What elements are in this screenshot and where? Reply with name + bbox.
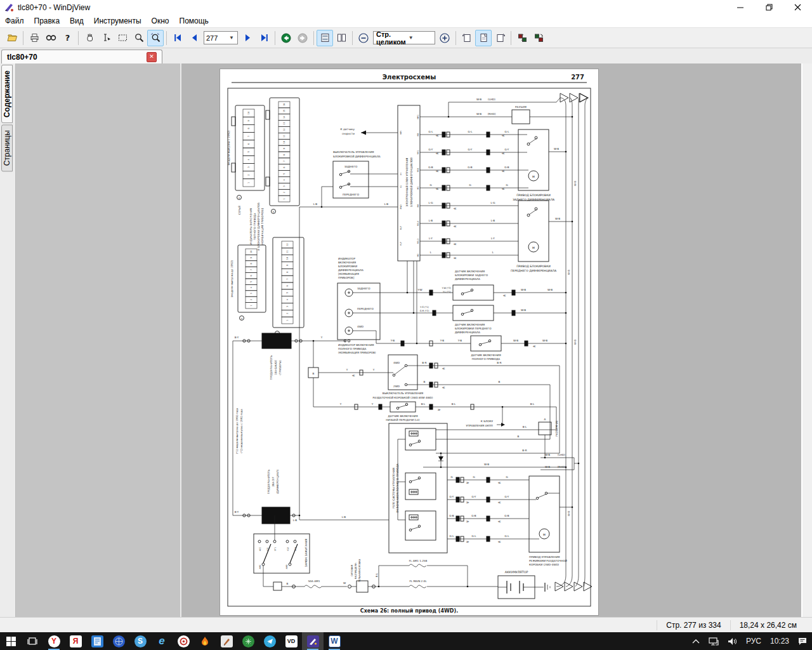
- tray-language[interactable]: РУС: [742, 632, 766, 650]
- document-tab[interactable]: tlc80+70 ✕: [1, 50, 162, 64]
- svg-text:РАЗЪЕМ (А): РАЗЪЕМ (А): [555, 420, 558, 437]
- svg-text:БЛОКИРОВКИ ЗАДНЕГО: БЛОКИРОВКИ ЗАДНЕГО: [455, 274, 488, 277]
- next-page-button[interactable]: [239, 30, 256, 46]
- svg-text:≪: ≪: [498, 481, 501, 484]
- svg-text:ДАТЧИК ВКЛЮЧЕНИЯ: ДАТЧИК ВКЛЮЧЕНИЯ: [471, 354, 501, 357]
- prev-page-button[interactable]: [186, 30, 202, 46]
- help-button[interactable]: ?: [59, 30, 75, 46]
- rotate-left-button[interactable]: [459, 30, 475, 46]
- tab-close-icon[interactable]: ✕: [147, 52, 157, 62]
- zoom-mode-combo[interactable]: Стр. целиком ▼: [373, 31, 435, 44]
- svg-text:G: G: [506, 183, 508, 187]
- svg-text:РАСПРЕДЕЛИ-: РАСПРЕДЕЛИ-: [355, 562, 357, 579]
- svg-text:G-Y: G-Y: [505, 495, 509, 498]
- tray-chevron-up-icon[interactable]: [688, 632, 704, 650]
- open-button[interactable]: [4, 30, 20, 46]
- sidebar-tab-pages[interactable]: Страницы: [1, 124, 13, 171]
- power-feed-run: B 50A AM1 W СИЛОВАЯ РАСПРЕДЕЛИ- ТЕЛЬНАЯ …: [263, 559, 498, 592]
- svg-text:(ДИФФЕРЕНЦИАЛ): (ДИФФЕРЕНЦИАЛ): [276, 469, 279, 494]
- taskbar-skype[interactable]: S: [129, 632, 151, 650]
- zoom-tool-button[interactable]: [131, 30, 147, 46]
- menu-view[interactable]: Вид: [65, 15, 89, 27]
- zoom-out-button[interactable]: [355, 30, 372, 46]
- svg-text:M1: M1: [417, 187, 419, 190]
- svg-text:G-B: G-B: [471, 514, 476, 517]
- menu-file[interactable]: Файл: [0, 15, 29, 27]
- taskbar-flame-app[interactable]: [194, 632, 216, 650]
- start-button[interactable]: [0, 632, 22, 650]
- zoom-in-button[interactable]: [436, 30, 453, 46]
- taskbar-globe-app[interactable]: [108, 632, 129, 650]
- document-view[interactable]: Электросхемы 277 Схема 26: полный привод…: [181, 63, 801, 617]
- tray-clock[interactable]: 10:23: [766, 632, 794, 650]
- svg-text:B-L: B-L: [530, 402, 535, 406]
- svg-text:ДАТЧИК ВКЛЮЧЕНИЯ: ДАТЧИК ВКЛЮЧЕНИЯ: [388, 415, 417, 418]
- svg-text:B-R: B-R: [497, 361, 501, 364]
- select-area-tool-button[interactable]: [114, 30, 131, 46]
- display-color-button[interactable]: [514, 30, 530, 46]
- vertical-scrollbar[interactable]: [801, 63, 812, 617]
- svg-text:G-L: G-L: [504, 534, 509, 538]
- layout-single-button[interactable]: [317, 30, 333, 46]
- chevron-down-icon[interactable]: ▼: [229, 35, 236, 41]
- svg-text:≪: ≪: [442, 386, 445, 389]
- taskbar-documents-app[interactable]: [86, 632, 108, 650]
- svg-text:Y-B: Y-B: [440, 339, 444, 342]
- taskbar-yandex-app[interactable]: Я: [65, 632, 86, 650]
- menu-tools[interactable]: Инструменты: [89, 15, 147, 27]
- svg-text:Y: Y: [320, 336, 323, 339]
- svg-text:≪: ≪: [352, 374, 355, 377]
- svg-text:≫: ≫: [466, 481, 469, 484]
- zoom-select-tool-button[interactable]: [147, 30, 164, 46]
- svg-text:4WD: 4WD: [357, 325, 363, 328]
- svg-text:≪: ≪: [503, 294, 506, 297]
- svg-text:14: 14: [283, 116, 285, 119]
- select-text-tool-button[interactable]: [98, 30, 114, 46]
- rotate-right-button[interactable]: [492, 30, 508, 46]
- svg-text:(КОМБИНАЦИЯ ПРИБОРОВ)]: (КОМБИНАЦИЯ ПРИБОРОВ)]: [261, 208, 264, 245]
- layout-facing-button[interactable]: [333, 30, 350, 46]
- back-button[interactable]: [278, 30, 294, 46]
- page-number-input[interactable]: [204, 34, 229, 43]
- menu-window[interactable]: Окно: [147, 15, 174, 27]
- svg-text:W-B: W-B: [513, 339, 518, 342]
- forward-button[interactable]: [294, 30, 311, 46]
- last-page-button[interactable]: [256, 30, 272, 46]
- svg-text:Y-W (*2): Y-W (*2): [442, 287, 451, 289]
- menu-help[interactable]: Помощь: [174, 15, 214, 27]
- first-page-button[interactable]: [169, 30, 186, 46]
- task-view-button[interactable]: [22, 632, 43, 650]
- svg-text:≪: ≪: [498, 520, 501, 523]
- tray-action-center-icon[interactable]: [794, 632, 812, 650]
- minimize-button[interactable]: [726, 0, 755, 15]
- taskbar-windjview[interactable]: [302, 632, 324, 650]
- print-button[interactable]: [26, 30, 43, 46]
- menu-edit[interactable]: Правка: [29, 15, 65, 27]
- rotate-none-button[interactable]: [475, 30, 492, 46]
- svg-text:REL3: REL3: [417, 239, 419, 244]
- taskbar-vd-app[interactable]: VD: [280, 632, 302, 650]
- close-button[interactable]: [783, 0, 812, 15]
- export-color-button[interactable]: [530, 30, 547, 46]
- svg-text:7: 7: [286, 278, 289, 279]
- sidebar-tab-contents[interactable]: Содержание: [1, 65, 13, 123]
- taskbar-green-app[interactable]: [237, 632, 259, 650]
- taskbar-word[interactable]: W: [324, 632, 345, 650]
- taskbar-yandex-browser[interactable]: Y: [43, 632, 65, 650]
- taskbar-telegram[interactable]: [259, 632, 280, 650]
- hand-tool-button[interactable]: [81, 30, 98, 46]
- taskbar-paint-app[interactable]: [216, 632, 237, 650]
- tray-network-icon[interactable]: [704, 632, 723, 650]
- tray-volume-icon[interactable]: [723, 632, 742, 650]
- sidebar-panel[interactable]: [16, 63, 181, 617]
- content-area: Содержание Страницы Электросхемы 277 Схе…: [0, 63, 812, 617]
- svg-text:W-B: W-B: [547, 288, 553, 291]
- taskbar-internet-explorer[interactable]: e: [151, 632, 173, 650]
- window-title: tlc80+70 - WinDjView: [18, 3, 90, 12]
- search-button[interactable]: [43, 30, 59, 46]
- svg-text:Y-W: Y-W: [417, 288, 422, 291]
- svg-text:6: 6: [247, 143, 250, 145]
- restore-button[interactable]: [755, 0, 783, 15]
- taskbar-browser-target-app[interactable]: [173, 632, 194, 650]
- svg-text:L-B: L-B: [313, 202, 318, 206]
